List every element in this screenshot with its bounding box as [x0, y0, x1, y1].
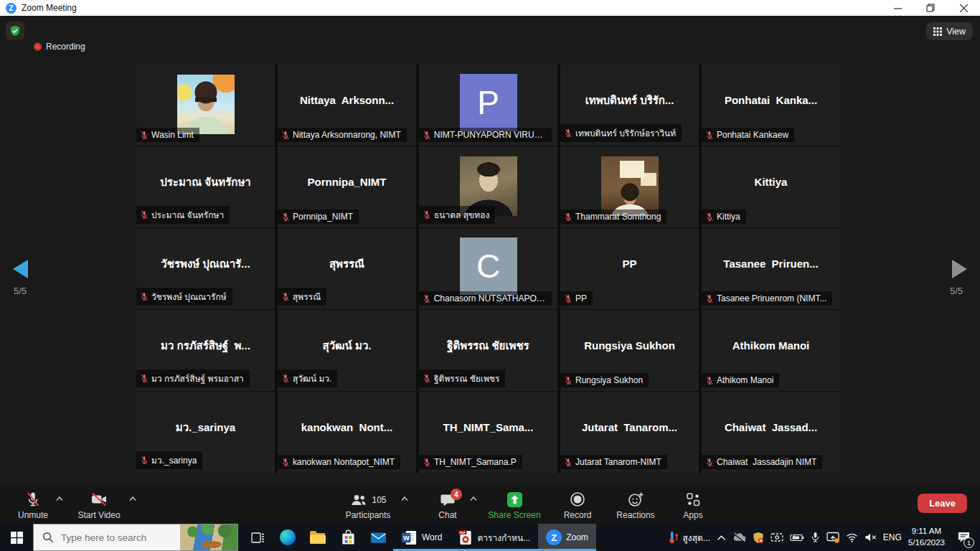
- muted-mic-icon: [281, 458, 290, 467]
- participant-tile[interactable]: ประมาณ จันทรักษา ประมาณ จันทรักษา: [136, 146, 275, 227]
- taskbar-app-zoom[interactable]: Z Zoom: [538, 524, 596, 551]
- mic-tray-icon[interactable]: [811, 532, 820, 543]
- participant-tile[interactable]: C Chanasorn NUTSATHAPORN: [419, 228, 557, 309]
- reactions-button[interactable]: Reactions: [608, 489, 663, 522]
- participant-tile[interactable]: Jutarat Tanarom... Jutarat Tanarom-NIMT: [560, 392, 699, 473]
- security-shield-button[interactable]: [6, 22, 24, 40]
- task-view-button[interactable]: [247, 527, 268, 548]
- taskbar-search[interactable]: [33, 524, 238, 551]
- participant-tile[interactable]: Thammarat Somthong: [560, 146, 699, 227]
- cast-icon[interactable]: [826, 532, 839, 543]
- participant-tile[interactable]: kanokwan Nont... kanokwan Nontapot_NIMT: [278, 392, 416, 473]
- next-page-arrow[interactable]: [952, 260, 967, 278]
- participant-name-text: วัชรพงษ์ ปุณณารักษ์: [151, 290, 227, 303]
- microsoft-store-icon: [341, 529, 356, 546]
- participant-label: Wasin Limt: [136, 128, 199, 142]
- participant-tile[interactable]: เทพบดินทร์ บริรัก... เทพบดินทร์ บริรักษ์…: [560, 65, 699, 146]
- start-video-button[interactable]: Start Video: [67, 489, 131, 522]
- muted-mic-icon: [140, 374, 149, 383]
- participant-label: Kittiya: [702, 209, 746, 224]
- weather-label: สูงสุด...: [683, 531, 710, 545]
- taskbar-app-word[interactable]: W Word: [393, 524, 450, 551]
- participant-tile[interactable]: Tasanee Priruen... Tasanee Priruenrom (N…: [702, 228, 840, 309]
- participant-tile[interactable]: ธนาดล สุขทอง: [419, 146, 557, 227]
- unmute-button[interactable]: Unmute: [8, 489, 58, 522]
- minimize-icon: [894, 4, 902, 12]
- participant-tile[interactable]: Ponhatai Kanka... Ponhatai Kankaew: [702, 65, 840, 146]
- participant-tile[interactable]: ฐิติพรรณ ชัยเพชร ฐิติพรรณ ชัยเพชร: [419, 310, 557, 391]
- participant-tile[interactable]: มว กรภัสร์สิษฐ์ พ... มว กรภัสร์สิษฐ์ พรม…: [136, 310, 275, 391]
- mail-button[interactable]: [367, 527, 389, 548]
- chevron-up-icon[interactable]: [55, 496, 64, 501]
- participant-tile[interactable]: Rungsiya Sukhon Rungsiya Sukhon: [560, 310, 699, 391]
- participant-label: kanokwan Nontapot_NIMT: [278, 455, 400, 469]
- participant-name-text: Athikom Manoi: [717, 375, 773, 385]
- onedrive-icon[interactable]: [732, 532, 746, 542]
- restore-button[interactable]: [914, 0, 947, 16]
- participant-tile[interactable]: สุพรรณี สุพรรณี: [278, 228, 416, 309]
- muted-mic-icon: [140, 292, 149, 301]
- close-icon: [960, 4, 968, 12]
- participant-tile[interactable]: Athikom Manoi Athikom Manoi: [702, 310, 840, 391]
- chat-button[interactable]: 4 Chat: [426, 489, 469, 522]
- participant-tile[interactable]: สุวัฒน์ มว. สุวัฒน์ มว.: [278, 310, 416, 391]
- participant-name-text: Kittiya: [717, 212, 740, 222]
- participant-label: ธนาดล สุขทอง: [419, 206, 495, 224]
- participant-name-text: Rungsiya Sukhon: [575, 375, 643, 385]
- weather-widget[interactable]: สูงสุด...: [669, 530, 710, 545]
- windows-taskbar: W Word PDF ตารางกำหน... Z Zoom สูงสุด...…: [0, 524, 980, 551]
- wifi-icon[interactable]: [846, 533, 858, 542]
- defender-icon[interactable]: [753, 532, 764, 544]
- snip-icon[interactable]: [771, 532, 783, 542]
- participant-tile[interactable]: Chaiwat Jassad... Chaiwat Jassadajin NIM…: [702, 392, 840, 473]
- participant-tile[interactable]: P NIMT-PUNYAPORN VIRUN...: [419, 65, 557, 146]
- volume-muted-icon[interactable]: [864, 532, 877, 542]
- participant-tile[interactable]: Nittaya Arksonn... Nittaya Arksonnarong,…: [278, 65, 416, 146]
- muted-mic-icon: [423, 210, 431, 220]
- taskbar-app-pdf[interactable]: PDF ตารางกำหน...: [450, 524, 538, 551]
- prev-page-arrow[interactable]: [13, 260, 28, 278]
- view-button[interactable]: View: [926, 22, 973, 40]
- taskbar-clock[interactable]: 9:11 AM 5/16/2023: [908, 526, 945, 548]
- participant-name-text: kanokwan Nontapot_NIMT: [293, 457, 395, 467]
- apps-button[interactable]: Apps: [672, 489, 715, 522]
- start-button[interactable]: [0, 524, 33, 551]
- close-button[interactable]: [947, 0, 980, 16]
- participant-tile[interactable]: มว._sarinya มว._sarinya: [136, 392, 275, 473]
- participant-tile[interactable]: Wasin Limt: [136, 65, 275, 146]
- participant-label: Jutarat Tanarom-NIMT: [560, 455, 667, 469]
- participant-tile[interactable]: PP PP: [560, 228, 699, 309]
- minimize-button[interactable]: [881, 0, 914, 16]
- svg-text:PDF: PDF: [460, 530, 466, 534]
- record-button[interactable]: Record: [554, 489, 601, 522]
- task-view-icon: [251, 531, 265, 545]
- hidden-icons-chevron[interactable]: [717, 534, 726, 541]
- apps-icon: [684, 491, 702, 508]
- participant-tile[interactable]: Pornnipa_NIMT Pornnipa_NIMT: [278, 146, 416, 227]
- participants-button[interactable]: 105 Participants: [336, 489, 400, 522]
- chevron-up-icon[interactable]: [128, 496, 137, 501]
- system-tray: สูงสุด... ENG 9:11 AM 5/16/2023 1: [669, 524, 980, 551]
- meeting-toolbar: Unmute Start Video 105 Participants 4 Ch…: [0, 485, 980, 524]
- participant-tile[interactable]: วัชรพงษ์ ปุณณารั... วัชรพงษ์ ปุณณารักษ์: [136, 228, 275, 309]
- edge-browser-button[interactable]: [277, 527, 298, 548]
- microsoft-store-button[interactable]: [337, 527, 359, 548]
- taskbar-app-label: ตารางกำหน...: [477, 531, 530, 545]
- notification-center-button[interactable]: 1: [951, 524, 976, 551]
- clock-date: 5/16/2023: [908, 537, 945, 549]
- search-input[interactable]: [61, 532, 176, 543]
- participant-name-text: PP: [575, 293, 587, 303]
- participant-tile[interactable]: Kittiya Kittiya: [702, 146, 840, 227]
- chevron-up-icon[interactable]: [400, 496, 409, 501]
- leave-button[interactable]: Leave: [918, 494, 967, 513]
- participant-tile[interactable]: TH_NIMT_Sama... TH_NIMT_Samana.P: [419, 392, 557, 473]
- participant-label: Tasanee Priruenrom (NIMT...: [702, 291, 832, 306]
- battery-icon[interactable]: [790, 533, 804, 542]
- file-explorer-button[interactable]: [307, 527, 329, 548]
- participant-label: Ponhatai Kankaew: [702, 128, 794, 142]
- chevron-up-icon[interactable]: [469, 496, 478, 501]
- search-daily-image[interactable]: [180, 524, 237, 550]
- language-indicator[interactable]: ENG: [883, 532, 902, 542]
- share-screen-button[interactable]: Share Screen: [481, 489, 547, 522]
- participant-name-text: Tasanee Priruenrom (NIMT...: [717, 293, 826, 303]
